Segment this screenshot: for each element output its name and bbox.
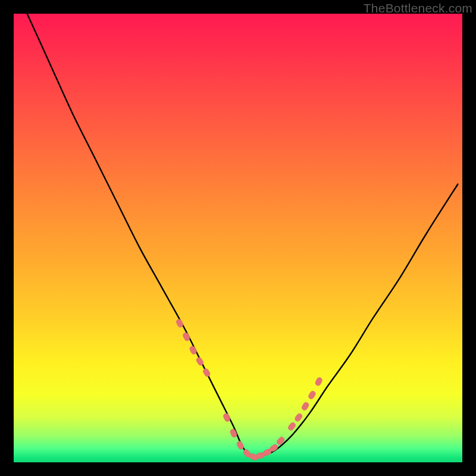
- marker-point: [276, 436, 286, 446]
- watermark-text: TheBottleneck.com: [364, 1, 472, 15]
- marker-point: [315, 377, 323, 387]
- marker-point: [308, 390, 317, 400]
- marker-point: [202, 368, 211, 378]
- marker-point: [223, 412, 231, 422]
- marker-point: [287, 421, 297, 431]
- marker-point: [176, 318, 184, 328]
- bottleneck-curve: [27, 14, 458, 458]
- marker-point: [230, 428, 238, 438]
- chart-frame: [14, 14, 462, 462]
- marker-point: [294, 412, 303, 422]
- highlight-markers: [176, 318, 323, 461]
- marker-point: [301, 401, 310, 411]
- marker-point: [189, 345, 197, 355]
- curve-layer: [14, 14, 462, 462]
- marker-point: [182, 332, 190, 342]
